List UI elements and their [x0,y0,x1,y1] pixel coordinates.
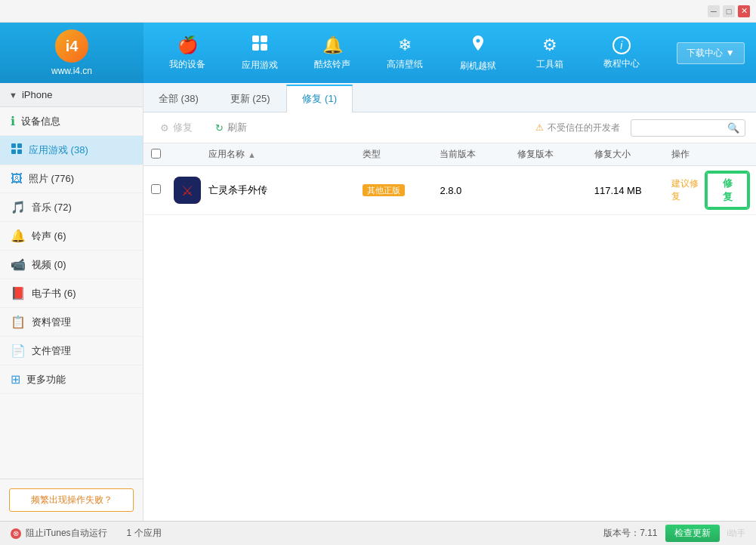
sidebar-item-ebooks[interactable]: 📕 电子书 (6) [0,279,143,308]
toolbar: ⚙ 修复 ↻ 刷新 ⚠ 不受信任的开发者 🔍 [143,112,756,143]
type-badge: 其他正版 [363,184,405,196]
sidebar-footer: 频繁出现操作失败？ [0,479,143,521]
svg-rect-2 [252,44,259,51]
row-checkbox-cell [151,184,174,196]
select-all-checkbox[interactable] [151,149,161,159]
refresh-label: 刷新 [227,121,247,134]
sidebar-label-file-mgmt: 文件管理 [32,344,71,358]
app-name: 亡灵杀手外传 [208,183,267,197]
tabs: 全部 (38) 更新 (25) 修复 (1) [143,83,756,112]
row-fix-size-cell: 117.14 MB [594,185,671,196]
nav-tutorials-label: 教程中心 [603,57,640,70]
search-icon: 🔍 [727,122,739,134]
header: i4 www.i4.cn 🍎 我的设备 应用游戏 🔔 酷炫铃声 ❄ 高清壁纸 刷… [0,23,756,83]
repair-button[interactable]: ⚙ 修复 [154,119,199,137]
svg-rect-1 [261,35,267,42]
repair-icon: ⚙ [160,122,169,134]
row-cur-ver-cell: 2.8.0 [440,185,517,196]
nav-apps-icon [251,34,269,56]
nav-apps-label: 应用游戏 [242,59,278,72]
sidebar-item-music[interactable]: 🎵 音乐 (72) [0,193,143,222]
nav-jailbreak-icon [469,34,487,57]
warning-icon: ⚠ [535,122,544,133]
nav-my-device-icon: 🍎 [177,35,198,55]
svg-rect-6 [11,149,16,154]
header-right: 下载中心 ▼ [665,42,756,64]
sidebar-item-file-mgmt[interactable]: 📄 文件管理 [0,337,143,365]
apps-icon [11,143,23,158]
col-header-action: 操作 [671,148,748,161]
nav-jailbreak[interactable]: 刷机越狱 [451,28,505,79]
status-right: 版本号：7.11 检查更新 i助手 [603,525,745,542]
nav-tutorials-icon: i [613,36,631,54]
nav-wallpapers[interactable]: ❄ 高清壁纸 [378,29,432,77]
untrusted-dev-label: ⚠ 不受信任的开发者 [535,122,620,134]
nav-toolbox-label: 工具箱 [536,58,563,71]
close-button[interactable]: ✕ [738,5,750,17]
search-input[interactable] [637,122,727,133]
sidebar-label-videos: 视频 (0) [32,258,66,272]
app-icon: ⚔ [174,177,201,204]
sidebar: ▼ iPhone ℹ 设备信息 应用游戏 (38) 🖼 照片 (776) 🎵 音… [0,83,143,521]
sidebar-item-more[interactable]: ⊞ 更多功能 [0,365,143,394]
app-count: 1 个应用 [127,527,162,540]
svg-rect-4 [11,143,16,148]
ebooks-icon: 📕 [11,286,26,300]
nav-toolbox-icon: ⚙ [542,35,557,55]
search-box: 🔍 [631,119,745,137]
col-header-check [151,149,174,161]
nav-tutorials[interactable]: i 教程中心 [594,30,649,76]
content-area: 全部 (38) 更新 (25) 修复 (1) ⚙ 修复 ↻ 刷新 ⚠ 不受信任的… [143,83,756,521]
sidebar-label-apps-games: 应用游戏 (38) [29,143,88,157]
fix-button[interactable]: 修复 [706,172,748,208]
logo-area: i4 www.i4.cn [0,23,143,83]
repair-label: 修复 [173,121,193,134]
svg-text:⚔: ⚔ [181,183,193,199]
device-header: ▼ iPhone [0,83,143,107]
sidebar-items: ℹ 设备信息 应用游戏 (38) 🖼 照片 (776) 🎵 音乐 (72) 🔔 … [0,107,143,479]
sidebar-item-apps-games[interactable]: 应用游戏 (38) [0,136,143,165]
title-bar: ─ □ ✕ [0,0,756,23]
sidebar-item-device-info[interactable]: ℹ 设备信息 [0,107,143,136]
videos-icon: 📹 [11,257,26,272]
table-row: ⚔ 亡灵杀手外传 其他正版 2.8.0 117.14 MB 建议修复 修复 [143,166,756,215]
sidebar-item-data-mgmt[interactable]: 📋 资料管理 [0,308,143,337]
sidebar-item-photos[interactable]: 🖼 照片 (776) [0,165,143,193]
nav-my-device-label: 我的设备 [169,58,205,71]
data-mgmt-icon: 📋 [11,315,26,329]
info-icon: ℹ [11,114,15,128]
nav-ringtones[interactable]: 🔔 酷炫铃声 [305,29,359,77]
sidebar-label-more: 更多功能 [26,373,66,386]
tab-all[interactable]: 全部 (38) [143,85,214,112]
row-checkbox[interactable] [151,184,161,194]
sidebar-label-device-info: 设备信息 [21,115,60,128]
sidebar-item-ringtones[interactable]: 🔔 铃声 (6) [0,222,143,251]
check-update-button[interactable]: 检查更新 [665,525,720,542]
minimize-button[interactable]: ─ [708,5,720,17]
sidebar-label-photos: 照片 (776) [29,172,74,186]
tab-update[interactable]: 更新 (25) [215,85,285,112]
nav-wallpapers-label: 高清壁纸 [387,58,423,71]
refresh-button[interactable]: ↻ 刷新 [209,119,253,137]
freq-error-button[interactable]: 频繁出现操作失败？ [9,488,134,512]
col-header-fix-ver: 修复版本 [517,148,594,161]
table-header: 应用名称 ▲ 类型 当前版本 修复版本 修复大小 操作 [143,143,756,166]
col-header-fix-size: 修复大小 [594,148,671,161]
music-icon: 🎵 [11,200,26,214]
nav-my-device[interactable]: 🍎 我的设备 [160,29,214,77]
nav-jailbreak-label: 刷机越狱 [460,60,496,72]
row-action-cell: 建议修复 修复 [671,172,748,208]
nav-ringtones-icon: 🔔 [322,35,343,55]
download-center-button[interactable]: 下载中心 ▼ [677,42,744,64]
sidebar-item-videos[interactable]: 📹 视频 (0) [0,251,143,279]
untrusted-dev-text: 不受信任的开发者 [548,122,620,134]
itunes-stop-icon: ⊗ [11,528,21,539]
col-header-type: 类型 [363,148,440,161]
nav-toolbox[interactable]: ⚙ 工具箱 [523,29,576,77]
nav-apps-games[interactable]: 应用游戏 [233,28,287,78]
tab-repair[interactable]: 修复 (1) [286,85,353,112]
maximize-button[interactable]: □ [723,5,735,17]
nav-area: 🍎 我的设备 应用游戏 🔔 酷炫铃声 ❄ 高清壁纸 刷机越狱 ⚙ 工具箱 [143,28,665,79]
photos-icon: 🖼 [11,172,23,186]
row-name-cell: 亡灵杀手外传 [208,183,363,197]
